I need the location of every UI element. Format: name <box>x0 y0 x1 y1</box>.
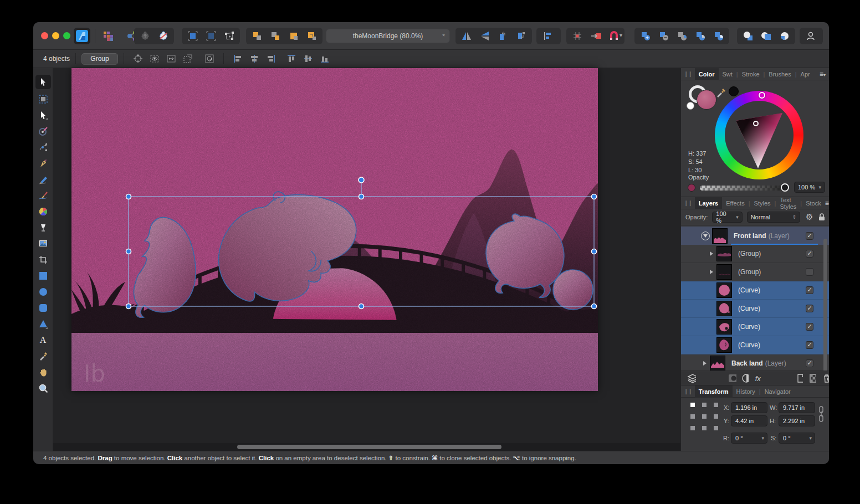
align-top-button[interactable] <box>284 52 299 65</box>
shear-dropdown[interactable]: 0 °▾ <box>779 433 815 444</box>
designer-persona-button[interactable] <box>74 28 90 44</box>
move-back-button[interactable] <box>775 29 794 43</box>
canvas-horizontal-scrollbar[interactable] <box>237 445 501 449</box>
corner-tool[interactable] <box>35 141 51 153</box>
apply-style-button[interactable] <box>136 29 154 43</box>
tab-color[interactable]: Color <box>695 68 719 80</box>
boolean-intersect-button[interactable] <box>673 29 691 43</box>
rotate-ccw-button[interactable] <box>494 29 512 43</box>
zoom-window-button[interactable] <box>63 32 70 39</box>
w-input[interactable]: 9.717 in <box>779 402 815 413</box>
pencil-tool[interactable] <box>35 173 51 186</box>
mirror-selection-button[interactable] <box>163 52 179 65</box>
rotate-cw-button[interactable] <box>512 29 530 43</box>
layer-visibility-checkbox[interactable] <box>806 323 813 331</box>
remove-style-button[interactable] <box>154 29 172 43</box>
align-center-button[interactable] <box>247 52 262 65</box>
layer-settings-gear-icon[interactable]: ⚙ <box>806 212 813 222</box>
align-right-button[interactable] <box>263 52 279 65</box>
opacity-slider-knob[interactable] <box>781 183 789 192</box>
layer-visibility-checkbox[interactable] <box>806 268 813 276</box>
adjustment-layer-icon[interactable] <box>742 374 749 383</box>
flip-vertical-button[interactable] <box>475 29 494 43</box>
rectangle-tool[interactable] <box>35 270 51 282</box>
alignment-button[interactable] <box>538 29 556 43</box>
artboard-tool[interactable] <box>35 93 51 105</box>
panel-menu-icon[interactable]: ≡▾ <box>820 70 826 78</box>
insert-inside-button[interactable] <box>284 29 303 43</box>
ellipse-tool[interactable] <box>35 286 51 298</box>
layer-visibility-checkbox[interactable] <box>806 286 813 294</box>
panel-drag-handle[interactable]: ❙❙ <box>684 388 692 394</box>
opacity-value-dropdown[interactable]: 100 %▾ <box>794 182 825 193</box>
layer-row-front-land[interactable]: Front land (Layer) <box>681 227 829 245</box>
panel-drag-handle[interactable]: ❙❙ <box>684 200 692 206</box>
new-layer-icon[interactable] <box>797 374 803 383</box>
tab-stroke[interactable]: Stroke <box>738 68 764 80</box>
triangle-tool[interactable] <box>35 318 51 330</box>
replace-selection-button[interactable] <box>303 29 321 43</box>
tab-brushes[interactable]: Brushes <box>765 68 795 80</box>
transform-origin-button[interactable] <box>130 52 146 65</box>
color-triangle[interactable] <box>715 91 803 179</box>
layer-effects-button[interactable]: fx <box>755 374 761 383</box>
pen-tool[interactable] <box>35 157 51 169</box>
duplicate-transform-button[interactable] <box>180 52 196 65</box>
rounded-rectangle-tool[interactable] <box>35 302 51 314</box>
move-tool[interactable] <box>35 75 51 89</box>
blend-mode-dropdown[interactable]: Normal⇕ <box>747 212 800 223</box>
group-button[interactable]: Group <box>81 53 118 65</box>
pixel-persona-button[interactable] <box>99 29 117 43</box>
document-title[interactable]: theMoonBridge (80.0%) * <box>326 29 450 43</box>
opacity-slider-track[interactable] <box>700 186 785 191</box>
lock-icon[interactable] <box>818 213 825 221</box>
layer-visibility-checkbox[interactable] <box>806 305 813 312</box>
align-middle-button[interactable] <box>300 52 316 65</box>
marquee-dots-button[interactable] <box>183 29 202 43</box>
point-transform-tool[interactable] <box>35 125 51 137</box>
mask-layer-icon[interactable] <box>728 374 736 383</box>
tab-layers[interactable]: Layers <box>695 197 722 209</box>
rotation-dropdown[interactable]: 0 °▾ <box>731 433 767 444</box>
layer-visibility-checkbox[interactable] <box>806 250 813 258</box>
layer-row-group-1[interactable]: (Group) <box>681 245 829 263</box>
tab-history[interactable]: History <box>733 385 759 398</box>
triangle-marker[interactable] <box>753 121 759 126</box>
fill-swatch[interactable] <box>697 90 716 110</box>
transform-mode-button[interactable] <box>220 29 238 43</box>
zoom-tool[interactable] <box>35 382 51 394</box>
layer-row-curve-4[interactable]: (Curve) <box>681 336 829 354</box>
anchor-point-selector[interactable] <box>690 403 718 430</box>
no-fill-chip[interactable] <box>687 102 694 110</box>
flip-horizontal-button[interactable] <box>457 29 475 43</box>
boolean-combine-button[interactable] <box>709 29 728 43</box>
h-input[interactable]: 2.292 in <box>779 415 815 426</box>
link-dimensions-icon[interactable] <box>818 405 824 423</box>
minimize-window-button[interactable] <box>52 32 59 39</box>
delete-layer-trash-icon[interactable] <box>823 374 829 383</box>
tab-effects[interactable]: Effects <box>722 197 748 209</box>
snapping-options-caret[interactable]: ▾ <box>620 32 622 38</box>
crop-tool[interactable] <box>35 254 51 266</box>
layer-visibility-checkbox[interactable] <box>806 341 813 349</box>
tab-stock[interactable]: Stock <box>802 197 825 209</box>
expand-triangle-icon[interactable] <box>703 361 707 366</box>
tab-transform[interactable]: Transform <box>695 385 733 398</box>
account-button[interactable] <box>801 29 820 43</box>
layers-stack-icon[interactable] <box>687 373 696 383</box>
align-left-button[interactable] <box>230 52 245 65</box>
place-image-tool[interactable] <box>35 238 51 250</box>
text-tool[interactable]: A <box>35 334 51 346</box>
cycle-selection-box-button[interactable] <box>147 52 162 65</box>
tab-text-styles[interactable]: Text Styles <box>776 197 800 209</box>
insert-behind-button[interactable] <box>248 29 266 43</box>
layers-scrollbar[interactable] <box>823 239 827 372</box>
layer-row-curve-1[interactable]: (Curve) <box>681 281 829 300</box>
collapse-triangle-icon[interactable] <box>701 232 710 240</box>
x-input[interactable]: 1.196 in <box>731 402 767 413</box>
layer-row-curve-3[interactable]: (Curve) <box>681 318 829 336</box>
color-picker-tool[interactable] <box>35 350 51 362</box>
view-tool[interactable] <box>35 366 51 378</box>
layer-visibility-checkbox[interactable] <box>806 359 813 367</box>
paint-mixer-tool[interactable] <box>35 205 51 218</box>
